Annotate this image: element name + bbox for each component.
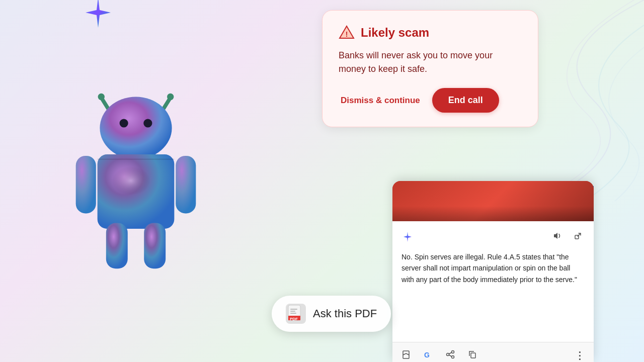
browser-panel: No. Spin serves are illegal. Rule 4.A.5 … [392,181,594,362]
google-search-button[interactable]: G [422,348,435,362]
ask-pdf-button[interactable]: PDF Ask this PDF [272,296,391,332]
svg-rect-21 [471,353,475,358]
android-robot [40,40,242,332]
scam-actions: Dismiss & continue End call [339,88,522,113]
svg-point-6 [143,119,152,127]
scam-body-text: Banks will never ask you to move your mo… [339,49,522,76]
svg-rect-9 [176,156,196,214]
copy-button[interactable] [466,348,479,362]
dismiss-continue-button[interactable]: Dismiss & continue [339,92,422,110]
browser-top-image [392,181,594,221]
svg-rect-11 [144,223,166,269]
svg-text:!: ! [346,30,348,38]
svg-point-3 [167,94,174,100]
svg-rect-40 [290,313,296,314]
svg-point-18 [452,351,454,353]
scam-warning-card: ! Likely scam Banks will never ask you t… [322,10,538,127]
svg-rect-39 [290,311,295,312]
end-call-button[interactable]: End call [432,88,499,113]
warning-icon: ! [339,25,355,41]
scam-header: ! Likely scam [339,25,522,41]
browser-content: No. Spin serves are illegal. Rule 4.A.5 … [392,221,594,342]
browser-toolbar [401,229,585,244]
svg-point-19 [447,353,449,356]
svg-point-20 [452,356,454,358]
gemini-star-icon [80,0,116,30]
external-link-button[interactable] [572,229,585,244]
gemini-icon [401,231,414,243]
share-button[interactable] [444,348,457,362]
pdf-icon: PDF [286,304,306,324]
scam-title: Likely scam [361,26,429,40]
more-options-button[interactable]: ⋮ [573,347,587,362]
ask-pdf-label: Ask this PDF [313,307,377,320]
browser-toolbar-right [550,229,585,244]
browser-bottom-toolbar: G ⋮ [392,342,594,362]
svg-rect-8 [76,156,96,214]
browser-action-icons: G [399,348,479,362]
svg-point-4 [100,97,172,159]
svg-text:G: G [424,351,430,359]
speaker-button[interactable] [550,229,564,244]
bookmark-button[interactable] [399,348,413,362]
browser-text-content: No. Spin serves are illegal. Rule 4.A.5 … [401,251,585,285]
svg-rect-10 [106,223,128,269]
svg-point-13 [112,166,150,195]
svg-point-5 [120,119,128,127]
svg-rect-38 [290,309,297,310]
svg-text:PDF: PDF [290,317,298,321]
svg-point-2 [98,94,105,100]
